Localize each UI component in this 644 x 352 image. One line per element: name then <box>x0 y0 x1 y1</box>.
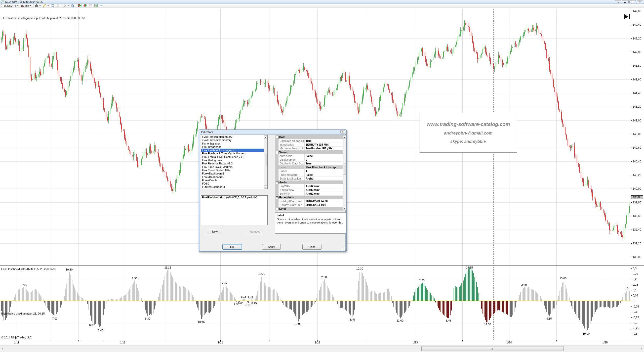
indicator-list-item[interactable]: ForexDashboard2 <box>201 175 264 179</box>
indicator-list-item[interactable]: eVoTPhtcomplementary <box>201 139 264 142</box>
histogram-axis-label: -0,3 <box>633 332 637 335</box>
property-name: Maximum bars look ba <box>278 147 305 150</box>
histogram-time-label: 8:45 <box>251 302 257 305</box>
dialog-title[interactable]: Indicators <box>200 130 346 134</box>
property-value[interactable]: Alert2.wav <box>305 188 343 192</box>
property-value[interactable]: True <box>305 162 343 165</box>
property-value[interactable]: $EURJPY (15 Min) <box>305 143 343 147</box>
property-row[interactable]: BuyWAVAlert2.wav <box>275 184 343 188</box>
histogram-time-label: 18:45 <box>96 329 103 332</box>
histogram-time-label: 7:45 <box>248 296 253 299</box>
property-row[interactable]: LabelFlux Flashback Histogr <box>275 165 343 169</box>
indicator-list[interactable]: ▲ ▼ eVoTPhdcomplementaryeVoTPhtcomplemen… <box>201 135 268 189</box>
property-row[interactable]: Maximum bars look baTwoHundredFiftySix <box>275 147 343 150</box>
remove-button[interactable]: Remove <box>247 229 263 234</box>
property-row[interactable]: Holiday1DateTime2010-12-23 14:00 <box>275 199 343 203</box>
property-value[interactable]: Alert2.wav <box>305 192 343 196</box>
histogram-time-label: 10:30 <box>356 267 363 270</box>
indicator-list-item[interactable]: Flux Fractal Pivot Confluence v4.2 <box>201 155 264 159</box>
scroll-left-arrow[interactable]: ◄ <box>1 347 4 351</box>
indicator-list-item[interactable]: Flux Broadhead <box>201 145 264 149</box>
property-value[interactable]: 2010-12-24 1:00 <box>305 203 343 207</box>
property-value[interactable]: False <box>305 173 343 177</box>
histogram-time-label: 19:00 <box>294 322 301 325</box>
price-axis-label: 140,40 <box>633 160 641 163</box>
close-dialog-button[interactable]: Close <box>302 244 321 250</box>
indicator-list-item[interactable]: FisherTransform <box>201 142 264 145</box>
property-value[interactable]: True <box>305 139 343 143</box>
time-axis-label: 1/22 <box>315 341 320 344</box>
property-row[interactable]: Scale justificationRight <box>275 177 343 181</box>
histogram-time-label: 7:15 <box>245 303 250 306</box>
property-grid-scrollbar[interactable]: ▲ ▼ <box>343 135 346 210</box>
property-group-header[interactable]: −Lines <box>275 207 343 210</box>
scroll-up-icon[interactable]: ▲ <box>343 135 346 139</box>
scroll-up-icon[interactable]: ▲ <box>264 135 268 139</box>
apply-button[interactable]: Apply <box>262 244 281 250</box>
collapse-icon[interactable]: − <box>276 181 278 184</box>
collapse-icon[interactable]: − <box>276 208 278 210</box>
property-row[interactable]: SellWAVAlert2.wav <box>275 192 343 196</box>
property-value[interactable]: 1 <box>305 169 343 173</box>
new-button[interactable]: New <box>207 229 223 234</box>
list-scrollbar-thumb[interactable] <box>264 154 268 166</box>
scroll-down-icon[interactable]: ▼ <box>343 207 346 210</box>
property-row[interactable]: Price marker(s)False <box>275 173 343 177</box>
histogram-axis-label: 0,15 <box>633 283 638 286</box>
grid-scrollbar-thumb[interactable] <box>343 163 346 174</box>
configured-indicator-item[interactable]: FluxFlashbackHisto(AMACD,5, 20 2-periods… <box>202 196 267 199</box>
ok-button[interactable]: OK <box>222 244 242 250</box>
price-axis-label: 141,00 <box>633 119 641 122</box>
histogram-time-label: 7:00 <box>52 317 57 320</box>
indicator-list-item[interactable]: Flux Histograms <box>201 159 264 162</box>
list-scrollbar[interactable]: ▲ ▼ <box>264 135 267 189</box>
dialog-close-icon[interactable]: ✕ <box>340 130 345 134</box>
collapse-icon[interactable]: − <box>276 151 278 154</box>
property-value[interactable]: 0 <box>305 158 343 162</box>
configured-indicators-list[interactable]: FluxFlashbackHisto(AMACD,5, 20 2-periods… <box>201 195 268 225</box>
indicator-list-item[interactable]: Flux Trend Stalker Elite <box>201 169 264 172</box>
property-row[interactable]: Input series$EURJPY (15 Min) <box>275 143 343 147</box>
indicator-list-item[interactable]: Flux Time Cycle Markers <box>201 165 264 169</box>
indicator-list-item[interactable]: eVoTPhdcomplementary <box>201 135 264 139</box>
time-axis-label: 1/18 <box>120 341 125 344</box>
indicator-list-item[interactable]: Flux Flashback Time Cycle Markers <box>201 152 264 155</box>
property-row[interactable]: Display in Data BoxTrue <box>275 162 343 165</box>
property-row[interactable]: Displacement0 <box>275 158 343 162</box>
indicator-list-item[interactable]: ForexDashboard1 <box>201 172 264 175</box>
property-value[interactable]: 2010-12-23 14:00 <box>305 199 343 203</box>
horizontal-scrollbar[interactable]: ◄ ► <box>0 345 644 352</box>
histogram-axis-label: -0,05 <box>633 305 639 308</box>
property-row[interactable]: Panel1 <box>275 169 343 173</box>
property-group-header[interactable]: −Audio <box>275 181 343 184</box>
indicator-list-item[interactable]: FOSC <box>201 182 264 185</box>
resize-grip-icon[interactable] <box>343 248 345 250</box>
property-group-header[interactable]: −Data <box>275 135 343 139</box>
property-grid[interactable]: −DataCalculate on bar closeTrueInput ser… <box>275 135 343 210</box>
indicator-list-item[interactable]: Flux Reverse Radar v2.3 <box>201 162 264 165</box>
histogram-axis-label: -0,1 <box>633 310 637 313</box>
property-row[interactable]: Auto scaleFalse <box>275 154 343 158</box>
scroll-right-arrow[interactable]: ► <box>640 347 643 351</box>
property-name: Input series <box>278 143 305 147</box>
scroll-down-icon[interactable]: ▼ <box>264 185 268 189</box>
property-value[interactable]: TwoHundredFiftySix <box>305 147 343 150</box>
price-axis-label: 142,60 <box>633 10 641 13</box>
property-row[interactable]: NeutralWAVAlert2.wav <box>275 188 343 192</box>
indicator-list-item[interactable]: Flux Flashback Histograms <box>201 149 264 152</box>
collapse-icon[interactable]: − <box>276 196 278 199</box>
property-value[interactable]: Alert2.wav <box>305 184 343 188</box>
indicator-list-item[interactable]: ForexOracle <box>201 179 264 182</box>
property-value[interactable]: Flux Flashback Histogr <box>305 165 343 169</box>
collapse-icon[interactable]: − <box>276 136 278 139</box>
indicator-info-text: FluxFlashbackHistograms input data began… <box>2 17 85 20</box>
property-value[interactable]: Right <box>305 177 343 181</box>
property-row[interactable]: Calculate on bar closeTrue <box>275 139 343 143</box>
property-value[interactable]: False <box>305 154 343 158</box>
property-group-header[interactable]: −Exceptions <box>275 196 343 199</box>
indicator-list-item[interactable]: FuturesDashboard <box>201 185 264 189</box>
scrollbar-thumb[interactable] <box>421 346 564 351</box>
go-to-last-bar-icon[interactable] <box>624 14 631 20</box>
property-row[interactable]: Holiday2DateTime2010-12-24 1:00 <box>275 203 343 207</box>
property-group-header[interactable]: −Visual <box>275 150 343 154</box>
